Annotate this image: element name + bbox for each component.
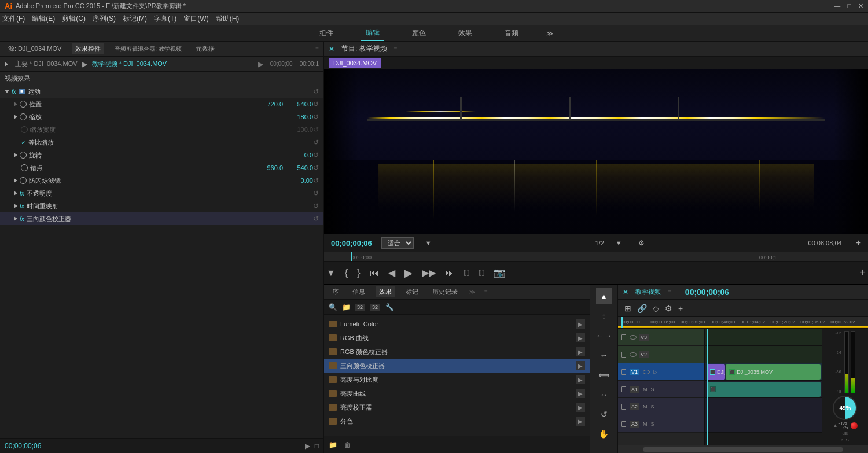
ts-sequence-clip[interactable]: 教学视频 * DJI_0034.MOV <box>92 60 167 68</box>
effect-rgb-curve-add[interactable]: ▶ <box>576 333 585 342</box>
a3-s[interactable]: S <box>651 421 654 427</box>
menu-sequence[interactable]: 序列(S) <box>93 14 116 24</box>
timeremap-expand[interactable] <box>14 204 17 208</box>
monitor-btn-add-marker[interactable]: + <box>857 266 868 280</box>
opacity-expand[interactable] <box>14 191 17 196</box>
effect-3way[interactable]: 三向颜色校正器 ▶ <box>324 359 590 373</box>
tool-rolling[interactable]: ↔ <box>596 347 612 363</box>
3way-reset[interactable]: ↺ <box>313 215 319 223</box>
ws-tab-assembly[interactable]: 组件 <box>315 26 338 40</box>
track-row-a1[interactable]: ⬛ <box>705 381 822 398</box>
position-reset[interactable]: ↺ <box>313 100 319 108</box>
a2-m[interactable]: M <box>643 404 648 410</box>
position-x[interactable]: 720.0 <box>254 101 283 108</box>
prop-antiflicker[interactable]: 防闪烁滤镜 0.00 ↺ <box>0 174 323 187</box>
monitor-btn-overwrite[interactable]: ⟦⟧ <box>476 268 487 278</box>
maximize-button[interactable]: □ <box>847 2 851 10</box>
rotation-clock[interactable] <box>20 152 27 159</box>
tl-btn-settings[interactable]: ⚙ <box>663 303 674 314</box>
proj-tab-markers[interactable]: 标记 <box>402 286 422 297</box>
rotation-reset[interactable]: ↺ <box>313 151 319 159</box>
menu-edit[interactable]: 编辑(E) <box>32 14 55 24</box>
a1-m[interactable]: M <box>643 386 648 392</box>
monitor-quality-dropdown[interactable]: 适合 完整 1/2 1/4 <box>381 237 414 249</box>
anchor-reset[interactable]: ↺ <box>313 164 319 172</box>
monitor-settings-icon[interactable]: ⚙ <box>638 239 645 247</box>
proj-tab-seq[interactable]: 序 <box>329 286 342 297</box>
motion-reset[interactable]: ↺ <box>313 87 319 95</box>
ts-main-clip[interactable]: 主要 * DJI_0034.MOV <box>15 60 78 68</box>
effect-brightness-curve-add[interactable]: ▶ <box>576 389 585 398</box>
eye-v2[interactable] <box>630 352 637 357</box>
proj-tab-history[interactable]: 历史记录 <box>429 286 461 297</box>
rotation-val[interactable]: 0.0 <box>284 152 313 159</box>
menu-marker[interactable]: 标记(M) <box>123 14 147 24</box>
tool-track-select[interactable]: ↕ <box>596 308 612 324</box>
a3-m[interactable]: M <box>643 421 648 427</box>
close-button[interactable]: ✕ <box>858 2 863 10</box>
opacity-reset[interactable]: ↺ <box>313 189 319 197</box>
track-v1-active-btn[interactable]: V1 <box>630 369 639 375</box>
track-name-a2-btn[interactable]: A2 <box>630 403 639 410</box>
a1-s[interactable]: S <box>651 386 654 392</box>
effect-3way-add[interactable]: ▶ <box>576 361 585 370</box>
antiflicker-clock[interactable] <box>20 177 27 184</box>
monitor-ruler[interactable]: 00;00;00 00;00;1 <box>324 252 868 261</box>
proj-footer-folder-icon[interactable]: 📁 <box>329 441 337 449</box>
monitor-btn-out[interactable]: } <box>355 267 362 279</box>
proj-btn-new-folder[interactable]: 📁 <box>342 303 351 311</box>
menu-window[interactable]: 窗口(W) <box>183 14 208 24</box>
track-row-v2[interactable] <box>705 346 822 363</box>
tl-scroll[interactable] <box>618 445 868 453</box>
left-bottom-btn1[interactable]: ▶ <box>305 442 310 450</box>
motion-group-row[interactable]: fx ■ 运动 ↺ <box>0 85 323 98</box>
tl-menu[interactable]: ≡ <box>668 289 671 295</box>
tl-btn-add-marker[interactable]: ◇ <box>651 303 661 314</box>
effect-lumetri-add[interactable]: ▶ <box>576 319 585 329</box>
ws-tab-effects[interactable]: 效果 <box>454 26 477 40</box>
timeremap-reset[interactable]: ↺ <box>313 202 319 210</box>
track-name-v2-btn[interactable]: V2 <box>639 351 649 358</box>
proj-btn-32[interactable]: 32 <box>355 304 365 311</box>
antiflicker-val[interactable]: 0.00 <box>284 177 313 184</box>
lock-a1[interactable] <box>621 386 626 392</box>
tl-btn-zoom-in[interactable]: + <box>676 303 685 314</box>
antiflicker-expand[interactable] <box>14 178 17 183</box>
clip-audio-a1[interactable]: ⬛ <box>707 382 821 397</box>
scale-expand[interactable] <box>14 115 17 119</box>
track-row-v3[interactable] <box>705 329 822 346</box>
monitor-btn-start[interactable]: ⏮ <box>367 267 381 279</box>
effect-lumetri[interactable]: Lumetri Color ▶ <box>324 317 590 331</box>
effect-brightness-corrector[interactable]: 亮度校正器 ▶ <box>324 400 590 414</box>
anchor-clock[interactable] <box>21 164 28 171</box>
tl-btn-snap[interactable]: ⊞ <box>623 303 633 314</box>
tool-ripple[interactable]: ←→ <box>596 327 612 344</box>
effect-color-separate-add[interactable]: ▶ <box>576 417 585 426</box>
track-name-v3-btn[interactable]: V3 <box>639 334 649 341</box>
prop-scale[interactable]: 缩放 180.0 ↺ <box>0 111 323 123</box>
monitor-btn-in[interactable]: { <box>343 267 350 279</box>
tl-ruler[interactable]: 00;00;00 00;00;16;00 00;00;32;00 00;00;4… <box>618 317 868 329</box>
effect-brightness-add[interactable]: ▶ <box>576 375 585 384</box>
anchor-x[interactable]: 960.0 <box>254 164 283 171</box>
scale-reset[interactable]: ↺ <box>313 113 319 121</box>
tool-select[interactable]: ▲ <box>596 288 612 304</box>
position-expand[interactable] <box>14 102 17 106</box>
menu-caption[interactable]: 字幕(T) <box>154 14 176 24</box>
prop-uniform-scale[interactable]: ✓ 等比缩放 ↺ <box>0 136 323 149</box>
proj-tab-effects[interactable]: 效果 <box>376 286 395 297</box>
left-panel-menu[interactable]: ≡ <box>315 46 319 52</box>
tl-btn-link[interactable]: 🔗 <box>635 303 649 314</box>
track-row-a3[interactable] <box>705 415 822 433</box>
proj-panel-more[interactable]: ≫ <box>469 289 475 295</box>
monitor-btn-insert[interactable]: ⟦⟧ <box>461 268 472 278</box>
position-clock[interactable] <box>20 101 27 108</box>
tab-source[interactable]: 源: DJI_0034.MOV <box>5 43 65 54</box>
track-name-a1-btn[interactable]: A1 <box>630 386 639 393</box>
tool-pen[interactable]: ↺ <box>596 406 612 422</box>
monitor-add-icon[interactable]: + <box>856 238 861 248</box>
clip-dji0034[interactable]: ⬛ DJI_0034.M <box>707 364 725 380</box>
monitor-btn-end[interactable]: ⏭ <box>443 267 457 279</box>
fx-opacity[interactable]: fx 不透明度 ↺ <box>0 187 323 200</box>
rotation-expand[interactable] <box>14 153 17 157</box>
